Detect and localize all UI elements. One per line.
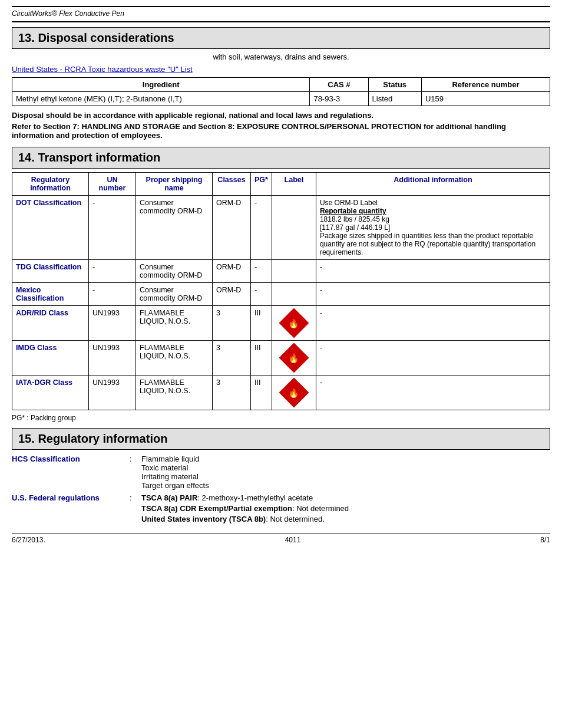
section14-number: 14. (18, 151, 35, 164)
un-cell: UN1993 (89, 341, 136, 375)
hcs-item: Irritating material (141, 472, 550, 481)
hcs-content: Flammable liquidToxic materialIrritating… (141, 454, 550, 490)
add-cell: - (316, 283, 550, 306)
tsca-inv-line: United States inventory (TSCA 8b): Not d… (141, 515, 550, 523)
hcs-label: HCS Classification (12, 454, 130, 463)
additional-info: - (320, 286, 322, 294)
disposal-note1: Disposal should be in accordance with ap… (12, 111, 550, 120)
transport-row: IMDG Class UN1993 FLAMMABLE LIQUID, N.O.… (12, 341, 550, 375)
footer: 6/27/2013. 4011 8/1 (12, 533, 550, 544)
ship-cell: Consumer commodity ORM-D (136, 196, 213, 260)
federal-content: TSCA 8(a) PAIR: 2-methoxy-1-methylethyl … (141, 493, 550, 523)
section13-header: 13. Disposal considerations (12, 27, 550, 49)
label-cell (272, 260, 316, 283)
un-cell: - (89, 283, 136, 306)
section13-number: 13. (18, 31, 35, 44)
add-cell: - (316, 260, 550, 283)
label-cell: 🔥 3 (272, 306, 316, 341)
un-cell: - (89, 260, 136, 283)
transport-col-reg: Regulatory information (12, 173, 89, 196)
class-cell: ORM-D (213, 260, 251, 283)
section13-title: Disposal considerations (38, 31, 174, 44)
label-cell (272, 196, 316, 260)
ingredient-cell: Methyl ethyl ketone (MEK) (I,T); 2-Butan… (12, 92, 310, 106)
hazard-diamond: 🔥 3 (276, 378, 312, 407)
class-cell: ORM-D (213, 283, 251, 306)
pg-cell: - (251, 196, 272, 260)
ship-cell: Consumer commodity ORM-D (136, 283, 213, 306)
class-cell: ORM-D (213, 196, 251, 260)
ship-cell: Consumer commodity ORM-D (136, 260, 213, 283)
reg-cell: DOT Classification (12, 196, 89, 260)
reg-cell: IATA-DGR Class (12, 375, 89, 410)
tsca-cdr-label: TSCA 8(a) CDR Exempt/Partial exemption (141, 504, 292, 513)
add-cell: Use ORM-D Label Reportable quantity 1818… (316, 196, 550, 260)
transport-col-pg: PG* (251, 173, 272, 196)
product-title: CircuitWorks® Flex Conductive Pen (12, 6, 550, 18)
section14-header: 14. Transport information (12, 147, 550, 169)
federal-colon: : (130, 493, 141, 502)
table-row: Methyl ethyl ketone (MEK) (I,T); 2-Butan… (12, 92, 550, 106)
transport-col-ship: Proper shipping name (136, 173, 213, 196)
un-cell: UN1993 (89, 375, 136, 410)
ship-cell: FLAMMABLE LIQUID, N.O.S. (136, 306, 213, 341)
transport-col-label: Label (272, 173, 316, 196)
additional-info: - (320, 344, 322, 352)
reg-cell: ADR/RID Class (12, 306, 89, 341)
additional-info: - (320, 378, 322, 387)
section15-header: 15. Regulatory information (12, 428, 550, 450)
pg-cell: III (251, 375, 272, 410)
rcra-link[interactable]: United States - RCRA Toxic hazardous was… (12, 65, 193, 74)
reg-cell: Mexico Classification (12, 283, 89, 306)
footer-doc: 4011 (285, 536, 301, 544)
hazard-diamond: 🔥 3 (276, 344, 312, 372)
tsca-cdr-value: : Not determined (292, 504, 349, 513)
rcra-col-ingredient: Ingredient (12, 78, 310, 92)
hazard-diamond: 🔥 3 (276, 309, 312, 337)
add-cell: - (316, 341, 550, 375)
section15-title: Regulatory information (38, 432, 167, 445)
class-cell: 3 (213, 375, 251, 410)
add-cell: - (316, 375, 550, 410)
transport-row: DOT Classification - Consumer commodity … (12, 196, 550, 260)
rcra-col-status: Status (368, 78, 421, 92)
packing-note: PG* : Packing group (12, 414, 550, 422)
add-cell: - (316, 306, 550, 341)
label-cell: 🔥 3 (272, 375, 316, 410)
class-cell: 3 (213, 341, 251, 375)
transport-row: IATA-DGR Class UN1993 FLAMMABLE LIQUID, … (12, 375, 550, 410)
federal-row: U.S. Federal regulations : TSCA 8(a) PAI… (12, 493, 550, 523)
status-cell: Listed (368, 92, 421, 106)
hcs-item: Toxic material (141, 463, 550, 472)
rcra-col-reference: Reference number (421, 78, 550, 92)
tsca-pair-label: TSCA 8(a) PAIR (141, 493, 197, 502)
ship-cell: FLAMMABLE LIQUID, N.O.S. (136, 375, 213, 410)
tsca-inv-value: : Not determined. (266, 515, 325, 523)
pg-cell: - (251, 260, 272, 283)
tsca-inv-label: United States inventory (TSCA 8b) (141, 515, 266, 523)
footer-page: 8/1 (540, 536, 550, 544)
hcs-item: Flammable liquid (141, 454, 550, 463)
un-cell: - (89, 196, 136, 260)
transport-row: TDG Classification - Consumer commodity … (12, 260, 550, 283)
tsca-pair-value: : 2-methoxy-1-methylethyl acetate (197, 493, 313, 502)
label-cell (272, 283, 316, 306)
additional-info: - (320, 309, 322, 317)
section14-title: Transport information (38, 151, 160, 164)
disposal-note2: Refer to Section 7: HANDLING AND STORAGE… (12, 122, 550, 140)
transport-table: Regulatory information UN number Proper … (12, 172, 550, 410)
tsca-cdr-line: TSCA 8(a) CDR Exempt/Partial exemption: … (141, 504, 550, 513)
pg-cell: III (251, 306, 272, 341)
transport-col-class: Classes (213, 173, 251, 196)
reg-cell: TDG Classification (12, 260, 89, 283)
section15-number: 15. (18, 432, 35, 445)
hcs-row: HCS Classification : Flammable liquidTox… (12, 454, 550, 490)
transport-row: ADR/RID Class UN1993 FLAMMABLE LIQUID, N… (12, 306, 550, 341)
footer-date: 6/27/2013. (12, 536, 45, 544)
rcra-col-cas: CAS # (310, 78, 368, 92)
label-cell: 🔥 3 (272, 341, 316, 375)
transport-col-un: UN number (89, 173, 136, 196)
class-cell: 3 (213, 306, 251, 341)
transport-row: Mexico Classification - Consumer commodi… (12, 283, 550, 306)
hcs-colon: : (130, 454, 141, 463)
